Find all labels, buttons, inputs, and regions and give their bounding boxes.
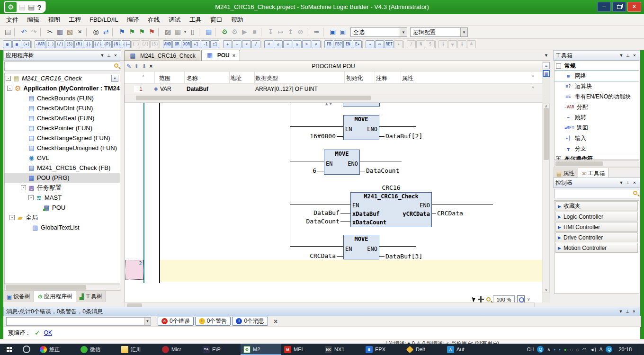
tray-icon[interactable]: ▪: [554, 347, 556, 352]
toolbar-icon[interactable]: ✂: [45, 27, 55, 37]
fbd-toolbar-icon[interactable]: OR: [172, 40, 181, 48]
toolbar-icon[interactable]: [323, 28, 326, 36]
fbd-toolbar-icon[interactable]: [435, 41, 438, 48]
toolbar-icon[interactable]: ⊘: [295, 27, 305, 37]
panel-menu-icon[interactable]: ▼: [617, 309, 624, 314]
canvas-vscrollbar[interactable]: ∧ ∨: [543, 104, 550, 293]
fbd-toolbar-icon[interactable]: S: [426, 40, 435, 48]
tree-item[interactable]: CheckDivReal (FUN): [5, 113, 120, 123]
col-init[interactable]: 初始化: [346, 74, 363, 82]
pin-icon[interactable]: ⊥: [106, 53, 112, 58]
toolbox-item[interactable]: ⊞E 带有EN/ENO的功能块: [555, 91, 639, 102]
col-attributes[interactable]: 属性: [402, 74, 413, 82]
controller-group[interactable]: ▶ 收藏夹: [555, 201, 638, 211]
chevron-down-icon[interactable]: ▼: [400, 28, 407, 36]
fbd-toolbar-icon[interactable]: AND: [163, 40, 172, 48]
insert-variable-icon[interactable]: ✎: [126, 63, 131, 70]
network-2-row[interactable]: [160, 260, 543, 282]
fbd-toolbar-icon[interactable]: ┤├→: [122, 40, 131, 48]
toolbar-icon[interactable]: ▤: [3, 27, 13, 37]
fbd-toolbar-icon[interactable]: (/): [141, 40, 150, 48]
move-down-icon[interactable]: ⬇: [142, 63, 146, 70]
fbd-toolbar-icon[interactable]: ±1: [210, 40, 219, 48]
menu-item[interactable]: 窗口: [206, 14, 227, 25]
fbd-toolbar-icon[interactable]: [31, 41, 34, 48]
tree-expander[interactable]: -: [7, 86, 12, 91]
fbd-toolbar-icon[interactable]: −: [233, 40, 242, 48]
zoom-fit-icon[interactable]: [517, 295, 525, 303]
tree-item[interactable]: - MAST: [5, 193, 120, 203]
tree-item[interactable]: CheckRangeSigned (FUN): [5, 133, 120, 143]
fbd-toolbar-icon[interactable]: [362, 41, 365, 48]
toolbar-icon[interactable]: ⚑: [147, 27, 157, 37]
toolbar-icon[interactable]: ◎: [91, 27, 101, 37]
fbd-toolbar-icon[interactable]: ┷: [467, 40, 476, 48]
controller-group[interactable]: ▶ HMI Controller: [555, 222, 638, 232]
tree-item[interactable]: - M241_CRC16_Check ▾: [5, 73, 120, 83]
tree-item[interactable]: POU: [5, 203, 120, 213]
toolbox-item[interactable]: ▦ 网络: [555, 71, 639, 81]
left-panel-tab[interactable]: ▟ 工具树: [76, 291, 106, 302]
start-button[interactable]: [0, 344, 18, 355]
toolbar-icon[interactable]: ↧: [266, 27, 276, 37]
toolbar-icon[interactable]: [86, 28, 89, 36]
fbd-toolbar-icon[interactable]: <: [264, 40, 273, 48]
scroll-down-icon[interactable]: ∨: [532, 86, 534, 89]
taskbar-search-icon[interactable]: [23, 346, 30, 353]
scroll-up-icon[interactable]: ∧: [532, 74, 534, 78]
tree-hscrollbar[interactable]: [4, 284, 120, 291]
tree-expander[interactable]: -: [21, 185, 26, 190]
collapse-up-icon[interactable]: ∧: [142, 74, 144, 78]
toolbar-icon[interactable]: [14, 28, 18, 36]
tree-item[interactable]: CheckBounds (FUN): [5, 93, 120, 103]
col-comment[interactable]: 注释: [376, 74, 387, 82]
toolbox-item[interactable]: ◄RET 返回: [555, 123, 639, 133]
toolbar-icon[interactable]: ↶: [19, 27, 29, 37]
fbd-toolbar-icon[interactable]: -VAR: [35, 40, 45, 48]
toolbar-icon[interactable]: [199, 28, 202, 36]
tree-item[interactable]: M241_CRC16_Check (FB): [5, 163, 120, 173]
fbd-toolbar-icon[interactable]: E✶: [353, 40, 362, 48]
select-cursor-icon[interactable]: [472, 296, 476, 302]
move-block-3[interactable]: MOVE ENENO: [343, 235, 379, 259]
tab-pou[interactable]: POU ×: [201, 50, 240, 61]
operand-input[interactable]: DataCount: [306, 218, 340, 224]
show-desktop-button[interactable]: [638, 344, 640, 355]
controller-group[interactable]: ▶ Logic Controller: [555, 212, 638, 222]
toolbar-icon[interactable]: ⇒: [312, 27, 322, 37]
fbd-toolbar-icon[interactable]: ▦: [12, 40, 21, 48]
tab-m241-crc16-check[interactable]: M241_CRC16_Check: [124, 50, 200, 61]
taskbar-app[interactable]: TIA E\P: [200, 344, 241, 355]
operand-output[interactable]: DataBuf[3]: [385, 253, 422, 259]
menu-item[interactable]: 编译: [123, 14, 143, 25]
move-block-2[interactable]: MOVE ENENO: [324, 150, 360, 175]
fbd-toolbar-icon[interactable]: FB: [324, 40, 333, 48]
zoom-level[interactable]: 100 %: [493, 295, 515, 303]
tab-close-icon[interactable]: ×: [233, 53, 235, 58]
controller-group[interactable]: ▶ Drive Controller: [555, 232, 638, 242]
tree-item[interactable]: - Application (MyController : TM24: [5, 83, 120, 93]
fbd-toolbar-icon[interactable]: ┤N├: [112, 40, 121, 48]
toolbox-item[interactable]: ✶┤ 输入: [555, 133, 639, 143]
menu-item[interactable]: 在线: [143, 14, 164, 25]
operand-output[interactable]: CRCData: [437, 210, 463, 216]
close-button[interactable]: ×: [627, 2, 641, 12]
toolbar-icon[interactable]: ▨: [163, 27, 173, 37]
tray-icon[interactable]: Q: [606, 346, 612, 353]
tree-expander[interactable]: -: [9, 215, 15, 220]
variable-row[interactable]: 1 ◆ VAR DataBuf ARRAY[0..127] OF UINT ∨: [125, 84, 542, 95]
fbd-toolbar-icon[interactable]: [321, 41, 324, 48]
message-filter-button[interactable]: i 0个消息: [232, 317, 268, 326]
tab-list-icon[interactable]: ▼: [544, 53, 548, 58]
tray-icon[interactable]: ∧: [547, 347, 550, 352]
panel-menu-icon[interactable]: ▼: [618, 53, 625, 58]
menu-item[interactable]: 视图: [44, 14, 64, 25]
taskbar-app[interactable]: Delt: [403, 344, 444, 355]
taskbar-app[interactable]: A Aut: [444, 344, 485, 355]
fbd-toolbar-icon[interactable]: ╂: [457, 40, 466, 48]
fbd-toolbar-icon[interactable]: /: [251, 40, 260, 48]
message-filter-button[interactable]: ! 0个警告: [195, 317, 231, 326]
toolbar-icon[interactable]: ▣: [338, 27, 348, 37]
tray-icon[interactable]: A: [599, 347, 603, 352]
operand-output[interactable]: DataBuf[2]: [385, 133, 422, 139]
